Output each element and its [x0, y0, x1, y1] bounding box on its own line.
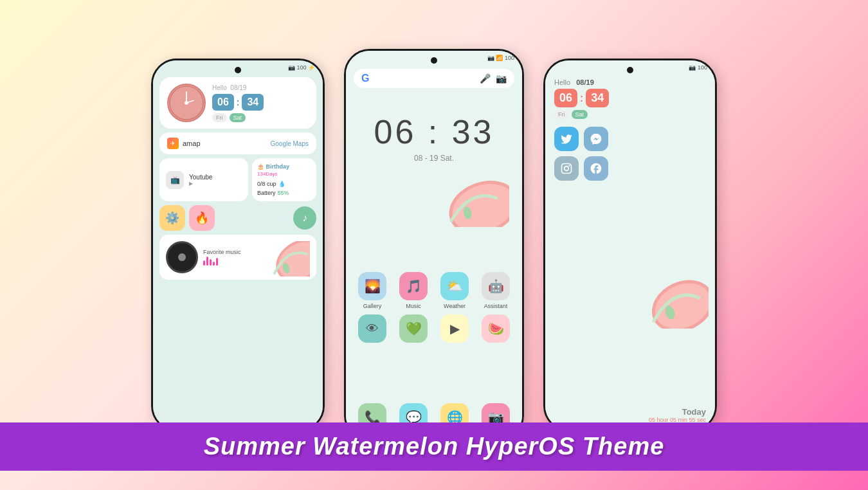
analog-clock — [167, 84, 206, 122]
day-sat: Sat — [230, 113, 246, 122]
youtube-play: ▶ — [189, 181, 212, 186]
health-icon: 💚 — [399, 314, 428, 343]
digital-time-left: 06 : 34 — [212, 94, 264, 111]
music-app-icon[interactable]: ♪ — [293, 206, 316, 230]
amap-label: amap — [183, 140, 201, 147]
center-apps-row1: 🌄 Gallery 🎵 Music ⛅ Weather 🤖 Assistant — [346, 272, 522, 309]
vinyl-icon — [166, 241, 198, 273]
right-hours: 06 — [554, 89, 577, 107]
settings-icon[interactable]: ⚙️ — [159, 205, 185, 231]
facebook-icon[interactable] — [584, 156, 608, 181]
birthday-battery-widget: 🎂 Birthday 134Days 0/8 cup 💧 Battery 55% — [252, 158, 316, 201]
music-widget[interactable]: Favorite music — [159, 235, 316, 280]
right-day-fri: Fri — [554, 110, 569, 119]
assistant-app[interactable]: 🤖 Assistant — [482, 272, 510, 309]
battery-row: Battery 55% — [257, 190, 311, 196]
mic-icon[interactable]: 🎤 — [480, 73, 491, 84]
screen-left: 📷 100 ⚡ Hello 08/19 — [153, 60, 323, 430]
watermelon-app[interactable]: 🍉 — [482, 314, 510, 343]
right-minutes: 34 — [586, 89, 609, 107]
watermelon-icon: 🍉 — [482, 314, 510, 343]
playstore-app[interactable]: ▶ — [440, 314, 469, 343]
right-day-sat: Sat — [572, 110, 588, 119]
assistant-label: Assistant — [484, 303, 508, 309]
maps-left: ✈ amap — [167, 138, 201, 149]
instagram-icon[interactable] — [554, 156, 579, 181]
youtube-widget[interactable]: 📺 Youtube ▶ — [159, 158, 248, 201]
watermelon-deco-left — [268, 241, 310, 277]
center-clock: 06 : 33 08 - 19 Sat. — [346, 113, 522, 163]
amap-icon: ✈ — [167, 138, 179, 149]
phone-center: 📷 📶 100 G 🎤 📷 06 : 33 08 - 19 Sat. — [344, 49, 524, 441]
clock-right: Hello 08/19 06 : 34 Fri Sat — [212, 84, 264, 122]
center-apps-row2: 👁 💚 ▶ 🍉 — [346, 314, 522, 343]
search-icons: 🎤 📷 — [480, 73, 507, 84]
music-app[interactable]: 🎵 Music — [399, 272, 428, 309]
right-greeting: Hello 08/19 — [545, 73, 715, 87]
music-label: Favorite music — [203, 249, 241, 255]
today-label: Today — [554, 407, 706, 417]
right-social-row1 — [545, 124, 715, 154]
svg-point-3 — [185, 101, 188, 105]
right-date: 08/19 — [576, 78, 594, 86]
phones-container: 📷 100 ⚡ Hello 08/19 — [0, 36, 868, 454]
weather-label: Weather — [444, 303, 466, 309]
right-digital-clock: 06 : 34 — [545, 87, 715, 110]
clock-widget-left[interactable]: Hello 08/19 06 : 34 Fri Sat — [159, 77, 316, 129]
gallery-app[interactable]: 🌄 Gallery — [358, 272, 386, 309]
assistant-icon: 🤖 — [482, 272, 510, 300]
right-social-row2 — [545, 154, 715, 183]
status-icons-left: 📷 100 ⚡ — [288, 64, 315, 71]
watermelon-center-deco — [359, 176, 509, 227]
screen-center: 📷 📶 100 G 🎤 📷 06 : 33 08 - 19 Sat. — [346, 51, 522, 439]
tinder-icon[interactable]: 🔥 — [189, 205, 215, 231]
app-grid-left: 📺 Youtube ▶ 🎂 Birthday 134Days 0/8 cup — [159, 158, 316, 201]
watermelon-right-deco — [552, 196, 709, 403]
phone-right: 📷 100 Hello 08/19 06 : 34 Fri Sat — [543, 59, 717, 431]
right-day-pills: Fri Sat — [545, 110, 715, 124]
day-pills-left: Fri Sat — [212, 113, 264, 122]
cup-tracker: 0/8 cup 💧 — [257, 181, 311, 187]
weather-app[interactable]: ⛅ Weather — [440, 272, 469, 309]
music-icon: 🎵 — [399, 272, 428, 300]
birthday-label: 🎂 Birthday — [257, 163, 311, 170]
twitter-icon[interactable] — [554, 127, 579, 151]
page-title: Summer Watermelon HyperOS Theme — [204, 433, 665, 460]
minutes-block-left: 34 — [242, 94, 264, 111]
center-search-bar[interactable]: G 🎤 📷 — [354, 69, 514, 88]
googlemaps-label: Google Maps — [271, 140, 309, 147]
messenger-icon[interactable] — [584, 127, 608, 151]
gallery-label: Gallery — [363, 303, 382, 309]
lens-icon[interactable]: 📷 — [496, 73, 507, 84]
youtube-icon: 📺 — [166, 171, 184, 189]
music-bars — [203, 255, 241, 266]
maps-widget[interactable]: ✈ amap Google Maps — [159, 132, 316, 154]
hours-block-left: 06 — [212, 94, 234, 111]
screen-right: 📷 100 Hello 08/19 06 : 34 Fri Sat — [545, 60, 715, 430]
gallery-icon: 🌄 — [358, 272, 386, 300]
phone-left: 📷 100 ⚡ Hello 08/19 — [151, 59, 325, 431]
weather-icon: ⛅ — [440, 272, 469, 300]
birthday-days: 134Days — [257, 171, 311, 177]
google-logo: G — [361, 73, 369, 84]
title-banner: Summer Watermelon HyperOS Theme — [0, 422, 868, 471]
youtube-label: Youtube — [189, 174, 212, 181]
clock-greeting: Hello 08/19 — [212, 84, 264, 91]
day-fri: Fri — [212, 113, 227, 122]
music-label: Music — [406, 303, 421, 309]
eyecare-app[interactable]: 👁 — [358, 314, 386, 343]
playstore-icon: ▶ — [440, 314, 469, 343]
health-app[interactable]: 💚 — [399, 314, 428, 343]
bottom-apps-left: ⚙️ 🔥 ♪ — [159, 205, 316, 231]
center-time-display: 06 : 33 — [346, 113, 522, 151]
eyecare-icon: 👁 — [358, 314, 386, 343]
center-date-display: 08 - 19 Sat. — [346, 154, 522, 163]
